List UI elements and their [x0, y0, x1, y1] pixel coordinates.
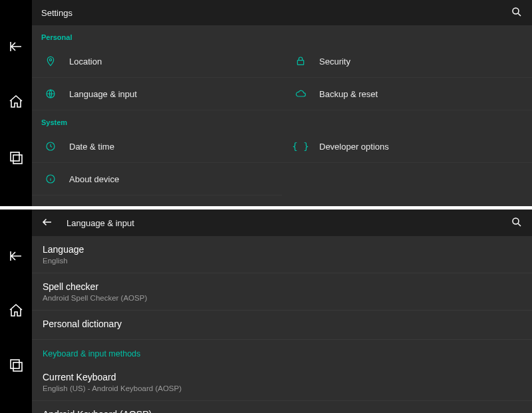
- appbar-title: Language & input: [66, 218, 511, 228]
- back-arrow-icon[interactable]: [41, 216, 53, 230]
- search-icon[interactable]: [511, 216, 523, 230]
- appbar: Settings: [32, 0, 532, 25]
- tile-security[interactable]: Security: [282, 45, 532, 78]
- tile-backup-reset[interactable]: Backup & reset: [282, 78, 532, 110]
- nav-rail: [0, 0, 32, 206]
- recent-apps-icon[interactable]: [8, 150, 24, 168]
- item-title: Current Keyboard: [43, 372, 521, 382]
- tile-label: Location: [69, 57, 102, 67]
- tile-date-time[interactable]: Date & time: [32, 130, 282, 163]
- home-icon[interactable]: [8, 303, 24, 321]
- item-android-keyboard[interactable]: Android Keyboard (AOSP) English (US): [32, 401, 532, 413]
- item-title: Spell checker: [43, 281, 521, 292]
- tile-label: About device: [69, 174, 119, 184]
- tile-label: Language & input: [69, 89, 137, 99]
- appbar: Language & input: [32, 209, 532, 236]
- svg-rect-4: [297, 61, 303, 65]
- item-title: Android Keyboard (AOSP): [43, 409, 521, 413]
- back-icon[interactable]: [8, 39, 24, 57]
- svg-point-2: [513, 8, 519, 14]
- recent-apps-icon[interactable]: [8, 357, 24, 375]
- item-subtitle: Android Spell Checker (AOSP): [43, 294, 521, 302]
- svg-rect-9: [13, 362, 22, 371]
- item-title: Personal dictionary: [43, 319, 521, 329]
- svg-rect-1: [13, 155, 22, 164]
- svg-rect-8: [11, 360, 19, 368]
- item-subtitle: English: [43, 257, 521, 265]
- item-current-keyboard[interactable]: Current Keyboard English (US) - Android …: [32, 364, 532, 401]
- search-icon[interactable]: [511, 6, 523, 20]
- item-language[interactable]: Language English: [32, 236, 532, 273]
- info-icon: [41, 174, 60, 184]
- tile-about-device[interactable]: About device: [32, 163, 282, 196]
- section-system: System: [32, 110, 532, 130]
- globe-icon: [41, 88, 60, 99]
- nav-rail: [0, 209, 32, 413]
- section-personal: Personal: [32, 25, 532, 45]
- cloud-icon: [291, 88, 310, 99]
- section-keyboard-input: Keyboard & input methods: [32, 340, 532, 364]
- tile-developer-options[interactable]: { } Developer options: [282, 130, 532, 163]
- svg-rect-0: [11, 152, 19, 161]
- back-icon[interactable]: [8, 248, 24, 266]
- tile-label: Backup & reset: [319, 89, 378, 99]
- tile-label: Date & time: [69, 142, 114, 152]
- item-subtitle: English (US) - Android Keyboard (AOSP): [43, 384, 521, 392]
- item-title: Language: [43, 244, 521, 255]
- item-spell-checker[interactable]: Spell checker Android Spell Checker (AOS…: [32, 273, 532, 311]
- clock-icon: [41, 141, 60, 152]
- language-input-pane: Language & input Language English Spell …: [32, 209, 532, 413]
- settings-pane: Settings Personal Location Security: [32, 0, 532, 206]
- tile-language-input[interactable]: Language & input: [32, 78, 282, 110]
- location-icon: [41, 56, 60, 67]
- tile-location[interactable]: Location: [32, 45, 282, 78]
- item-personal-dictionary[interactable]: Personal dictionary: [32, 311, 532, 340]
- lock-icon: [291, 56, 310, 67]
- svg-point-3: [49, 59, 51, 61]
- tile-label: Developer options: [319, 142, 389, 152]
- appbar-title: Settings: [41, 8, 511, 18]
- tile-label: Security: [319, 57, 350, 67]
- home-icon[interactable]: [8, 94, 24, 112]
- braces-icon: { }: [291, 141, 310, 152]
- svg-point-10: [513, 218, 519, 224]
